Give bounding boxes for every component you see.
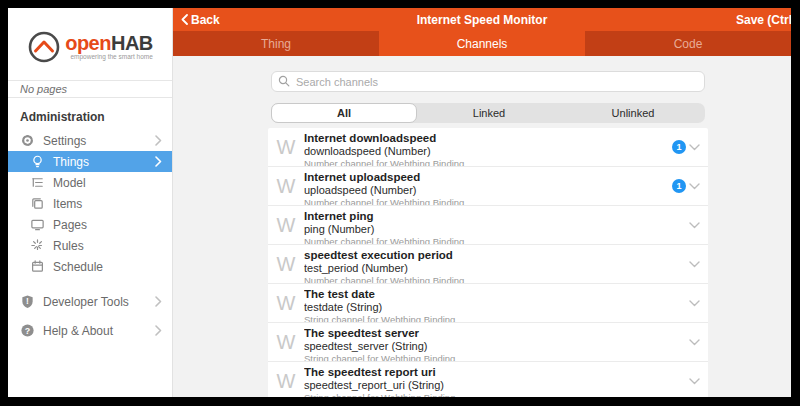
model-tree-icon (30, 175, 45, 190)
channel-row[interactable]: WInternet pingping (Number)Number channe… (268, 206, 708, 245)
filter-option-linked[interactable]: Linked (417, 103, 561, 123)
channel-id: test_period (Number) (304, 262, 689, 275)
sidebar-footer-nav: !Developer Tools?Help & About (8, 291, 172, 341)
svg-text:?: ? (25, 326, 30, 336)
tab-code[interactable]: Code (585, 31, 791, 56)
channel-row[interactable]: WInternet downloadspeeddownloadspeed (Nu… (268, 128, 708, 167)
sidebar-item-label: Settings (43, 134, 147, 148)
chevron-down-icon[interactable] (689, 183, 700, 190)
channel-binding-letter-icon: W (268, 206, 304, 244)
channel-title: The test date (304, 288, 689, 301)
save-button[interactable]: Save (Ctrl-S) (736, 8, 791, 31)
channel-title: Internet uploadspeed (304, 171, 672, 184)
sidebar-section-administration: Administration (8, 98, 172, 130)
sidebar-item-pages[interactable]: Pages (8, 214, 172, 235)
search-input[interactable] (271, 71, 705, 92)
channel-text: The test datetestdate (String)String cha… (304, 284, 689, 322)
sidebar-item-label: Schedule (53, 260, 162, 274)
chevron-down-icon[interactable] (689, 261, 700, 268)
sidebar-item-settings[interactable]: Settings (8, 130, 172, 151)
chevron-down-icon[interactable] (689, 378, 700, 385)
sidebar-item-rules[interactable]: Rules (8, 235, 172, 256)
page-title: Internet Speed Monitor (173, 8, 791, 31)
channel-row-controls (689, 206, 708, 244)
openhab-logo: openHAB empowering the smart home (8, 8, 172, 80)
display-icon (30, 217, 45, 232)
channel-binding-letter-icon: W (268, 128, 304, 166)
channel-row-controls: 1 (672, 167, 708, 205)
back-label: Back (191, 13, 220, 27)
shield-icon: ! (20, 294, 35, 309)
tab-bar: ThingChannelsCode (173, 31, 791, 56)
sidebar-item-label: Items (53, 197, 162, 211)
channel-row[interactable]: Wspeedtest execution periodtest_period (… (268, 245, 708, 284)
svg-text:!: ! (26, 296, 29, 306)
linked-count-badge: 1 (672, 140, 686, 154)
channel-text: The speedtest serverspeedtest_server (St… (304, 323, 689, 361)
channel-description: Number channel for Webthing Binding (304, 197, 672, 205)
channel-id: speedtest_server (String) (304, 340, 689, 353)
app-window: openHAB empowering the smart home No pag… (8, 8, 791, 397)
sidebar-item-label: Things (53, 155, 147, 169)
chevron-right-icon (155, 296, 162, 307)
channel-row-controls (689, 284, 708, 322)
main-area: Back Internet Speed Monitor Save (Ctrl-S… (173, 8, 791, 397)
channel-id: speedtest_report_uri (String) (304, 379, 689, 392)
channel-row-controls (689, 323, 708, 361)
chevron-down-icon[interactable] (689, 222, 700, 229)
channel-binding-letter-icon: W (268, 323, 304, 361)
chevron-down-icon[interactable] (689, 144, 700, 151)
channel-description: Number channel for Webthing Binding (304, 236, 689, 244)
chevron-down-icon[interactable] (689, 339, 700, 346)
tab-channels[interactable]: Channels (379, 31, 585, 56)
channel-text: The speedtest report urispeedtest_report… (304, 362, 689, 397)
back-button[interactable]: Back (181, 8, 220, 31)
logo-text-open: open (65, 32, 111, 54)
openhab-wordmark: openHAB empowering the smart home (65, 33, 153, 61)
channel-title: Internet ping (304, 210, 689, 223)
channel-row[interactable]: WThe speedtest serverspeedtest_server (S… (268, 323, 708, 362)
channel-description: String channel for Webthing Binding (304, 392, 689, 397)
no-pages-label: No pages (8, 80, 172, 98)
sidebar-item-label: Rules (53, 239, 162, 253)
sidebar-item-label: Help & About (43, 324, 147, 338)
sidebar: openHAB empowering the smart home No pag… (8, 8, 173, 397)
openhab-logo-icon (27, 30, 61, 64)
channel-description: String channel for Webthing Binding (304, 353, 689, 361)
lightbulb-icon (30, 154, 45, 169)
channel-title: Internet downloadspeed (304, 132, 672, 145)
sidebar-item-things[interactable]: Things (8, 151, 172, 172)
sidebar-item-label: Developer Tools (43, 295, 147, 309)
sidebar-item-developer-tools[interactable]: !Developer Tools (8, 291, 172, 312)
channel-text: Internet uploadspeeduploadspeed (Number)… (304, 167, 672, 205)
channel-id: downloadspeed (Number) (304, 145, 672, 158)
channel-row[interactable]: WInternet uploadspeeduploadspeed (Number… (268, 167, 708, 206)
sidebar-item-help-about[interactable]: ?Help & About (8, 320, 172, 341)
channel-list: WInternet downloadspeeddownloadspeed (Nu… (268, 128, 708, 397)
content-area: AllLinkedUnlinked WInternet downloadspee… (173, 56, 791, 397)
gear-icon (20, 133, 35, 148)
channel-binding-letter-icon: W (268, 362, 304, 397)
channel-row[interactable]: WThe test datetestdate (String)String ch… (268, 284, 708, 323)
channel-title: The speedtest report uri (304, 366, 689, 379)
tab-thing[interactable]: Thing (173, 31, 379, 56)
channel-row[interactable]: WThe speedtest report urispeedtest_repor… (268, 362, 708, 397)
copy-icon (30, 196, 45, 211)
channel-id: testdate (String) (304, 301, 689, 314)
question-icon: ? (20, 323, 35, 338)
channel-binding-letter-icon: W (268, 284, 304, 322)
search-field-wrap (271, 71, 705, 92)
filter-option-unlinked[interactable]: Unlinked (561, 103, 705, 123)
channel-binding-letter-icon: W (268, 167, 304, 205)
channel-id: uploadspeed (Number) (304, 184, 672, 197)
sidebar-item-items[interactable]: Items (8, 193, 172, 214)
chevron-right-icon (155, 156, 162, 167)
sidebar-item-model[interactable]: Model (8, 172, 172, 193)
channel-title: speedtest execution period (304, 249, 689, 262)
filter-option-all[interactable]: All (271, 103, 417, 123)
sidebar-item-schedule[interactable]: Schedule (8, 256, 172, 277)
channel-row-controls (689, 245, 708, 283)
chevron-down-icon[interactable] (689, 300, 700, 307)
filter-segmented-control: AllLinkedUnlinked (271, 103, 705, 123)
channel-text: speedtest execution periodtest_period (N… (304, 245, 689, 283)
